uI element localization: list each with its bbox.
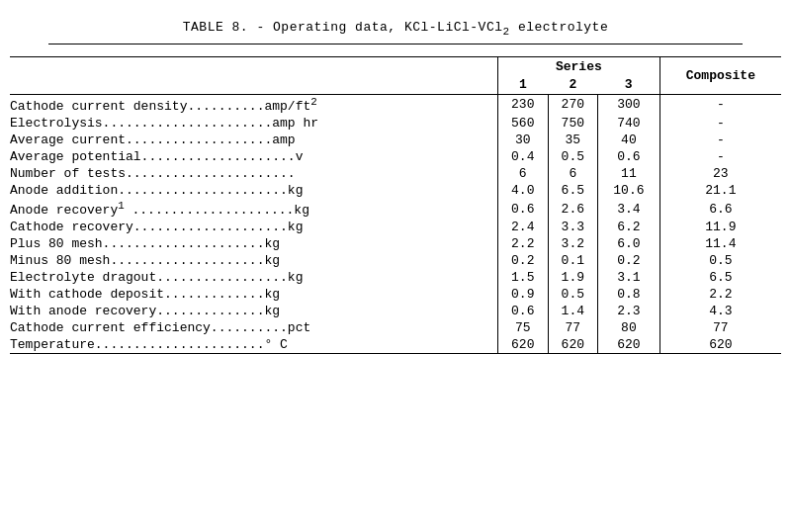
row-label: Cathode recovery....................kg	[10, 219, 498, 235]
table-row: Minus 80 mesh....................kg0.20.…	[10, 252, 781, 269]
data-cell: 4.0	[498, 182, 549, 199]
table-row: Temperature......................° C6206…	[10, 336, 781, 354]
header-row-1: Series Composite	[10, 56, 781, 76]
data-cell: 75	[498, 319, 549, 336]
data-cell: -	[659, 132, 781, 148]
data-cell: 1.4	[548, 303, 598, 319]
data-cell: 6	[548, 165, 598, 182]
table-row: Anode addition......................kg4.…	[10, 182, 781, 199]
data-cell: 6.2	[598, 219, 660, 235]
data-cell: 0.6	[498, 199, 549, 219]
data-cell: 40	[598, 132, 660, 148]
subscript-2: 2	[503, 26, 510, 38]
data-table: Series Composite 1 2 3 Cathode current d…	[10, 56, 781, 355]
data-cell: 3.2	[548, 235, 598, 252]
data-cell: 80	[598, 319, 660, 336]
data-cell: 0.5	[659, 252, 781, 269]
row-label: Anode recovery1 .....................kg	[10, 199, 498, 219]
data-cell: 4.3	[659, 303, 781, 319]
data-cell: 1.9	[548, 269, 598, 286]
data-cell: 750	[548, 115, 598, 132]
row-label: Electrolyte dragout.................kg	[10, 269, 498, 286]
table-row: Average current...................amp303…	[10, 132, 781, 148]
data-cell: 3.1	[598, 269, 660, 286]
table-row: With anode recovery..............kg0.61.…	[10, 303, 781, 319]
data-cell: 0.2	[598, 252, 660, 269]
data-cell: 30	[498, 132, 549, 148]
row-label: With anode recovery..............kg	[10, 303, 498, 319]
data-cell: 6.5	[548, 182, 598, 199]
data-cell: 0.4	[498, 148, 549, 165]
data-cell: 6.6	[659, 199, 781, 219]
data-cell: 2.3	[598, 303, 660, 319]
row-label: Average potential....................v	[10, 148, 498, 165]
page-title: TABLE 8. - Operating data, KCl-LiCl-VCl2…	[10, 20, 781, 38]
data-cell: 620	[548, 336, 598, 354]
data-cell: 300	[598, 94, 660, 115]
data-cell: 3.4	[598, 199, 660, 219]
data-cell: 620	[659, 336, 781, 354]
col2-header: 2	[548, 76, 598, 95]
data-cell: 11.9	[659, 219, 781, 235]
row-label: Temperature......................° C	[10, 336, 498, 354]
data-cell: 740	[598, 115, 660, 132]
table-row: Average potential....................v0.…	[10, 148, 781, 165]
data-cell: 2.2	[659, 286, 781, 303]
col3-header: 3	[598, 76, 660, 95]
table-row: Cathode current efficiency..........pct7…	[10, 319, 781, 336]
data-cell: -	[659, 94, 781, 115]
data-cell: 10.6	[598, 182, 660, 199]
data-cell: 270	[548, 94, 598, 115]
data-cell: 0.2	[498, 252, 549, 269]
row-label: Anode addition......................kg	[10, 182, 498, 199]
series-header: Series	[498, 56, 660, 76]
col1-header: 1	[498, 76, 549, 95]
data-cell: 230	[498, 94, 549, 115]
table-row: Electrolysis......................amp hr…	[10, 115, 781, 132]
composite-header: Composite	[659, 56, 781, 94]
data-cell: 620	[598, 336, 660, 354]
table-row: Number of tests......................661…	[10, 165, 781, 182]
data-cell: 0.9	[498, 286, 549, 303]
table-row: Plus 80 mesh.....................kg2.23.…	[10, 235, 781, 252]
row-label: Cathode current efficiency..........pct	[10, 319, 498, 336]
data-cell: 1.5	[498, 269, 549, 286]
table-row: With cathode deposit.............kg0.90.…	[10, 286, 781, 303]
data-cell: 2.4	[498, 219, 549, 235]
data-cell: 11.4	[659, 235, 781, 252]
data-cell: 0.6	[498, 303, 549, 319]
data-cell: -	[659, 115, 781, 132]
data-cell: 6	[498, 165, 549, 182]
data-cell: 0.1	[548, 252, 598, 269]
data-cell: 560	[498, 115, 549, 132]
data-cell: -	[659, 148, 781, 165]
row-label: Number of tests......................	[10, 165, 498, 182]
data-cell: 6.5	[659, 269, 781, 286]
data-cell: 0.5	[548, 286, 598, 303]
data-cell: 23	[659, 165, 781, 182]
row-label: With cathode deposit.............kg	[10, 286, 498, 303]
data-cell: 3.3	[548, 219, 598, 235]
table-row: Cathode recovery....................kg2.…	[10, 219, 781, 235]
row-label: Average current...................amp	[10, 132, 498, 148]
data-cell: 0.8	[598, 286, 660, 303]
table-row: Cathode current density..........amp/ft2…	[10, 94, 781, 115]
row-label: Minus 80 mesh....................kg	[10, 252, 498, 269]
row-label: Plus 80 mesh.....................kg	[10, 235, 498, 252]
data-cell: 6.0	[598, 235, 660, 252]
table-row: Electrolyte dragout.................kg1.…	[10, 269, 781, 286]
data-cell: 77	[548, 319, 598, 336]
data-cell: 11	[598, 165, 660, 182]
data-cell: 0.6	[598, 148, 660, 165]
title-divider	[48, 44, 743, 44]
table-row: Anode recovery1 .....................kg0…	[10, 199, 781, 219]
data-cell: 2.2	[498, 235, 549, 252]
row-label: Cathode current density..........amp/ft2	[10, 94, 498, 115]
data-cell: 620	[498, 336, 549, 354]
row-label: Electrolysis......................amp hr	[10, 115, 498, 132]
data-cell: 0.5	[548, 148, 598, 165]
data-cell: 21.1	[659, 182, 781, 199]
data-cell: 35	[548, 132, 598, 148]
data-cell: 2.6	[548, 199, 598, 219]
data-cell: 77	[659, 319, 781, 336]
